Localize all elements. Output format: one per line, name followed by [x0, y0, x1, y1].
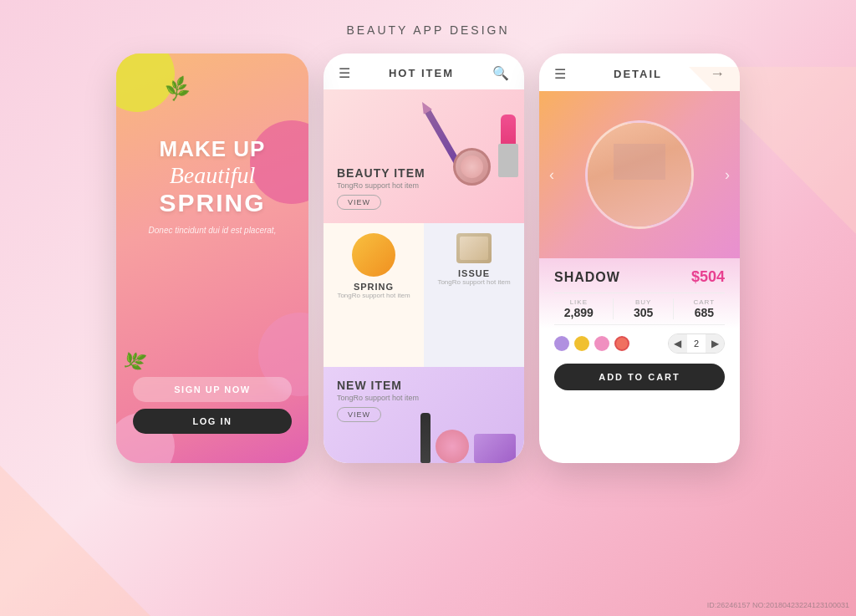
stat-like: LIKE 2,899	[564, 298, 594, 319]
login-headline3: SPRING	[149, 189, 277, 217]
detail-title: DETAIL	[614, 68, 662, 80]
stat-cart: CART 685	[694, 298, 716, 319]
carousel-next-button[interactable]: ›	[725, 166, 730, 184]
hotitem-grid: SPRING TongRo support hot item ISSUE Ton…	[324, 223, 524, 367]
stat-cart-value: 685	[694, 306, 716, 319]
stat-like-label: LIKE	[564, 298, 594, 306]
login-subtitle: Donec tincidunt dui id est placerat,	[149, 226, 277, 235]
product-name-price-row: SHADOW $504	[554, 268, 725, 286]
search-icon[interactable]: 🔍	[492, 65, 509, 81]
color-selector-row: ◀ 2 ▶	[554, 333, 725, 354]
page-title: BEAUTY APP DESIGN	[0, 0, 856, 53]
detail-hamburger-icon[interactable]: ☰	[554, 66, 566, 82]
stat-buy-value: 305	[634, 306, 653, 319]
blush-product	[436, 430, 469, 463]
login-buttons: SIGN UP NOW LOG IN	[116, 377, 308, 434]
signup-button[interactable]: SIGN UP NOW	[133, 377, 292, 402]
banner-text: BEAUTY ITEM TongRo support hot item VIEW	[337, 166, 425, 210]
spring-title: SPRING	[354, 282, 394, 292]
color-swatches	[554, 336, 629, 351]
issue-title: ISSUE	[458, 268, 490, 278]
new-item-section: NEW ITEM TongRo support hot item VIEW	[324, 367, 524, 463]
lipstick-bullet-product	[501, 115, 516, 160]
detail-hero: ‹ ›	[539, 91, 740, 258]
quantity-selector: ◀ 2 ▶	[668, 333, 725, 354]
banner-view-button[interactable]: VIEW	[337, 195, 381, 210]
carousel-prev-button[interactable]: ‹	[549, 166, 554, 184]
banner-title: BEAUTY ITEM	[337, 166, 425, 180]
spring-product-image	[352, 233, 395, 277]
add-to-cart-button[interactable]: ADD TO CART	[554, 364, 725, 390]
login-headline2: Beautiful	[149, 161, 277, 190]
hotitem-title: HOT ITEM	[389, 67, 454, 79]
hotitem-header: ☰ HOT ITEM 🔍	[324, 53, 524, 89]
new-item-title: NEW ITEM	[337, 379, 511, 392]
color-swatch-yellow[interactable]	[574, 336, 589, 351]
quantity-value: 2	[687, 339, 706, 349]
product-name: SHADOW	[554, 270, 620, 285]
new-products-images	[420, 413, 516, 463]
issue-subtitle: TongRo support hot item	[437, 278, 510, 286]
stat-cart-label: CART	[694, 298, 716, 306]
login-headline1: MAKE UP	[149, 137, 277, 161]
screen-login: 🌿 🌿 MAKE UP Beautiful SPRING Donec tinci…	[116, 53, 308, 463]
screens-container: 🌿 🌿 MAKE UP Beautiful SPRING Donec tinci…	[0, 53, 856, 463]
lipstick-shape	[424, 98, 524, 215]
color-swatch-pink[interactable]	[594, 336, 609, 351]
spring-cell: SPRING TongRo support hot item	[324, 223, 424, 367]
new-item-view-button[interactable]: VIEW	[337, 407, 381, 422]
color-swatch-purple[interactable]	[554, 336, 569, 351]
issue-cell: ISSUE TongRo support hot item	[424, 223, 524, 367]
stat-like-value: 2,899	[564, 306, 594, 319]
deco-leaf-bottom: 🌿	[122, 348, 149, 374]
banner-subtitle: TongRo support hot item	[337, 181, 425, 190]
issue-product-image	[456, 233, 492, 263]
mascara-product	[420, 413, 431, 463]
screen-hotitem: ☰ HOT ITEM 🔍 BEAUTY ITEM TongRo support …	[324, 53, 524, 463]
product-price: $504	[691, 268, 725, 286]
detail-info: SHADOW $504 LIKE 2,899 BUY 305 CART 685	[539, 258, 740, 400]
new-item-subtitle: TongRo support hot item	[337, 394, 511, 402]
product-model-avatar	[585, 120, 694, 229]
login-button[interactable]: LOG IN	[133, 409, 292, 434]
stat-buy: BUY 305	[634, 298, 653, 319]
quantity-increase-button[interactable]: ▶	[706, 334, 724, 353]
product-stats: LIKE 2,899 BUY 305 CART 685	[554, 293, 725, 325]
screen-detail: ☰ DETAIL → ‹ › SHADOW $504 LIKE 2,899	[539, 53, 740, 463]
compact-product	[453, 148, 491, 186]
stat-buy-label: BUY	[634, 298, 653, 306]
login-text-area: MAKE UP Beautiful SPRING Donec tincidunt…	[149, 137, 277, 235]
color-swatch-coral[interactable]	[614, 336, 629, 351]
beauty-item-banner: BEAUTY ITEM TongRo support hot item VIEW	[324, 89, 524, 223]
palette-product	[474, 434, 516, 463]
spring-subtitle: TongRo support hot item	[337, 292, 410, 299]
watermark: ID:26246157 NO:20180423224123100031	[707, 601, 849, 609]
hamburger-icon[interactable]: ☰	[339, 65, 350, 81]
model-face	[588, 123, 691, 227]
quantity-decrease-button[interactable]: ◀	[669, 334, 687, 353]
